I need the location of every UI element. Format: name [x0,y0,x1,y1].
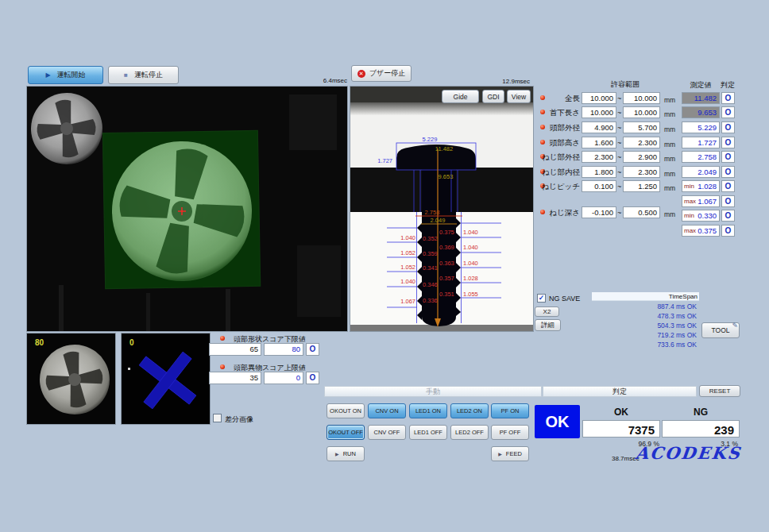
timespan-entry: 719.2 ms OK [592,330,697,340]
measured-value: 11.482 [682,92,720,104]
tol-min-input[interactable]: 1.600 [582,137,616,148]
judge-toggle[interactable]: O [721,166,735,178]
reset-button[interactable]: RESET [699,385,740,397]
timespan-header: TimeSpan [592,292,699,301]
led2-on-button[interactable]: LED2 ON [450,403,489,418]
tilde: ~ [617,94,621,102]
led1-off-button[interactable]: LED1 OFF [409,425,447,440]
tool-button[interactable]: TOOL ✎ [701,322,740,338]
tol-max-input[interactable]: 2.300 [623,166,660,178]
measured-value: 1.727 [682,137,720,148]
judge-toggle[interactable]: O [721,180,735,192]
detail-label: 詳細 [541,321,555,330]
depth-mid: 0.346 [423,281,438,288]
diff-image-checkbox[interactable] [213,414,222,422]
tilde: ~ [617,209,621,217]
measured-value: 5.229 [682,121,720,133]
run-stop-button[interactable]: ■ 運転停止 [108,66,179,84]
tol-max-input[interactable]: 0.500 [623,206,660,218]
judge-section-header: 判定 [543,386,697,397]
tol-max-input[interactable]: 10.000 [623,106,660,118]
feed-button[interactable]: ▶ FEED [491,446,529,461]
tol-min-input[interactable]: 0.100 [582,180,616,192]
tol-max-input[interactable]: 2.300 [623,137,660,148]
score-image-foreign: 0 [121,333,211,425]
row-label: ねじ部内径 [507,168,580,178]
judge-toggle[interactable]: O [721,151,735,163]
judge-indicator: OK [535,405,580,438]
pitch-left: 1.067 [400,298,415,305]
side-view-graphic: 5.229 11.482 1.727 9.653 2.758 2.049 1.0… [350,87,533,331]
x2-button[interactable]: X2 [535,306,559,317]
measured-value: 9.653 [682,106,720,118]
ng-save-label: NG SAVE [549,295,580,303]
buzzer-stop-button[interactable]: ✕ ブザー停止 [351,65,412,82]
judge-toggle[interactable]: O [721,137,735,148]
run-start-label: 運転開始 [57,70,86,80]
judge-toggle[interactable]: O [721,121,735,133]
min-prefix: min [684,210,694,221]
okout-on-button[interactable]: OKOUT ON [327,403,365,418]
judge-toggle[interactable]: O [721,106,735,118]
view-mode-gide-button[interactable]: Gide [442,90,479,103]
tol-max-input[interactable]: 2.900 [623,151,660,163]
cnv-off-label: CNV OFF [374,429,400,436]
run-start-button[interactable]: ▶ 運転開始 [28,66,103,84]
depth-inner: 0.351 [439,291,454,298]
foreign-threshold-input[interactable]: 35 [209,372,261,384]
tol-max-input[interactable]: 5.700 [623,121,660,133]
unit-mm: mm [664,170,675,178]
pf-off-button[interactable]: PF OFF [491,425,529,440]
depth-mid: 0.336 [423,297,438,304]
led2-off-button[interactable]: LED2 OFF [450,425,489,440]
okout-off-label: OKOUT OFF [328,429,363,436]
tol-max-input[interactable]: 10.000 [623,92,660,104]
run-button[interactable]: ▶ RUN [327,446,365,461]
unit-mm: mm [664,141,675,148]
run-stop-label: 運転停止 [134,70,163,80]
cnv-on-button[interactable]: CNV ON [368,403,406,418]
score-led [220,336,225,341]
foreign-judge-toggle[interactable]: O [306,372,319,384]
pf-off-label: PF OFF [500,429,521,436]
pf-on-button[interactable]: PF ON [491,403,529,418]
tool-label: TOOL [712,326,730,334]
tol-min-input[interactable]: 2.300 [582,151,616,163]
foreign-score-value: 0 [129,338,134,347]
tol-min-input[interactable]: 4.900 [582,121,616,133]
depth-mid: 0.359 [423,250,438,257]
tol-min-input[interactable]: 1.800 [582,166,616,178]
tol-min-input[interactable]: 10.000 [582,106,616,118]
measured-value-max: max 1.067 [682,195,720,207]
judge-toggle[interactable]: O [721,195,735,207]
tol-min-input[interactable]: -0.100 [582,206,616,218]
led1-on-button[interactable]: LED1 ON [409,403,447,418]
shape-threshold-input[interactable]: 65 [209,343,261,356]
detail-button[interactable]: 詳細 [535,319,561,331]
tilde: ~ [617,183,621,191]
col-header-tolerance: 許容範囲 [589,79,661,90]
shape-judge-toggle[interactable]: O [306,343,319,356]
judge-toggle[interactable]: O [721,92,735,104]
tol-min-input[interactable]: 10.000 [582,92,616,104]
judge-toggle[interactable]: O [721,225,735,237]
ng-save-checkbox[interactable]: ✓ [537,294,546,303]
tol-max-input[interactable]: 1.250 [623,180,660,192]
vendor-logo: ACODEKS [635,443,743,463]
view-mode-gdi-button[interactable]: GDI [482,90,504,103]
x2-label: X2 [543,308,551,315]
pitch-left: 1.052 [400,249,415,256]
row-label: 全長 [507,94,580,104]
pitch-right: 1.028 [463,275,478,282]
shape-score-value: 80 [35,338,44,347]
cnv-off-button[interactable]: CNV OFF [368,425,406,440]
timespan-title: TimeSpan [669,293,698,300]
okout-off-button[interactable]: OKOUT OFF [327,425,365,440]
ok-count-label: OK [582,407,661,418]
foreign-score-graphic [122,333,210,424]
tilde: ~ [617,109,621,117]
max-prefix: max [684,196,696,206]
led1-on-label: LED1 ON [415,407,441,414]
unit-mm: mm [664,155,675,163]
judge-toggle[interactable]: O [721,210,735,222]
